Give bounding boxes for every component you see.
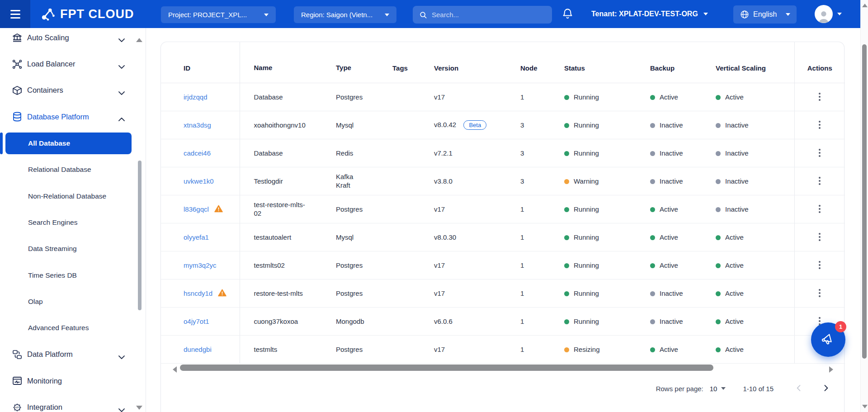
database-type: Mysql xyxy=(336,111,392,139)
sidebar-scroll-down-icon[interactable] xyxy=(136,406,142,410)
database-name: testmlts02 xyxy=(240,251,336,279)
table-row[interactable]: xtna3dsg xoahoithongnv10 Mysql v8.0.42 B… xyxy=(161,111,845,139)
backup-status-dot xyxy=(650,207,655,212)
database-tags xyxy=(392,335,434,363)
search-input[interactable] xyxy=(432,11,531,19)
load-balancer-icon xyxy=(12,59,23,70)
status-dot xyxy=(564,207,569,212)
sidebar-item-data-streaming[interactable]: Data Streaming xyxy=(0,236,146,262)
backup-status-dot xyxy=(650,291,655,296)
row-actions-kebab-button[interactable] xyxy=(814,285,825,301)
sidebar-item-olap[interactable]: Olap xyxy=(0,289,146,315)
sidebar-item-database-platform[interactable]: Database Platform xyxy=(0,104,146,130)
database-id-link[interactable]: irjdzqqd xyxy=(184,93,208,101)
column-header-version: Version xyxy=(434,42,520,83)
database-id-link[interactable]: uvkwe1k0 xyxy=(184,177,214,185)
row-actions-kebab-button[interactable] xyxy=(814,89,825,105)
table-row[interactable]: olyyefa1 testautoalert Mysql v8.0.30 1 R… xyxy=(161,223,845,251)
backup-status-dot xyxy=(650,123,655,128)
row-actions-kebab-button[interactable] xyxy=(814,201,825,217)
database-tags xyxy=(392,223,434,251)
database-id-link[interactable]: cadcei46 xyxy=(184,149,211,157)
page-scrollbar-thumb[interactable] xyxy=(862,44,867,359)
language-selector[interactable]: English xyxy=(733,5,797,24)
search-box[interactable] xyxy=(413,6,552,24)
database-id-link[interactable]: mym3q2yc xyxy=(184,261,217,269)
database-id-link[interactable]: l836gqcl xyxy=(184,205,209,213)
sidebar-item-auto-scaling[interactable]: Auto Scaling xyxy=(0,28,146,51)
table-row[interactable]: uvkwe1k0 Testlogdir Kafka Kraft v3.8.0 3… xyxy=(161,167,845,195)
database-id-link[interactable]: o4jy7ot1 xyxy=(184,317,209,325)
row-actions-kebab-button[interactable] xyxy=(814,117,825,133)
backup-cell: Active xyxy=(650,335,716,363)
database-id-link[interactable]: olyyefa1 xyxy=(184,233,209,241)
status-dot xyxy=(564,235,569,240)
table-row[interactable]: dunedgbi testmlts Postgres v17 1 Resizin… xyxy=(161,335,845,363)
next-page-button[interactable] xyxy=(820,382,832,396)
table-row[interactable]: o4jy7ot1 cuong37koxoa Mongodb v6.0.6 1 R… xyxy=(161,307,845,335)
scroll-right-icon[interactable] xyxy=(829,366,833,373)
vertical-scaling-status-dot xyxy=(716,319,721,324)
database-id-link[interactable]: dunedgbi xyxy=(184,346,212,353)
database-id-link[interactable]: xtna3dsg xyxy=(184,121,211,129)
sidebar-subitem-label: Relational Database xyxy=(28,166,91,174)
vertical-scaling-status-dot xyxy=(716,151,721,156)
rows-per-page-select[interactable]: 10 xyxy=(710,385,726,393)
scroll-left-icon[interactable] xyxy=(173,366,177,373)
pagination: Rows per page: 10 1-10 of 15 xyxy=(161,376,845,401)
table-row[interactable]: hsncdy1d restore-test-mlts Postgres v17 … xyxy=(161,279,845,307)
sidebar-subitem-label: Data Streaming xyxy=(28,245,77,253)
database-version: v17 xyxy=(434,83,520,111)
database-name: xoahoithongnv10 xyxy=(240,111,336,139)
status-cell: Running xyxy=(564,307,650,335)
containers-icon xyxy=(12,85,23,96)
tenant-selector[interactable]: Tenant: XPLAT-DEV-TEST-ORG xyxy=(591,0,708,28)
chevron-down-icon xyxy=(385,14,389,16)
scroll-up-icon[interactable] xyxy=(862,4,868,7)
table-row[interactable]: mym3q2yc testmlts02 Postgres v17 1 Runni… xyxy=(161,251,845,279)
previous-page-button[interactable] xyxy=(793,382,805,396)
status-dot xyxy=(564,291,569,296)
sidebar-item-load-balancer[interactable]: Load Balancer xyxy=(0,51,146,77)
sidebar-scroll-up-icon[interactable] xyxy=(136,38,142,42)
table-row[interactable]: cadcei46 Database Redis v7.2.1 3 Running… xyxy=(161,139,845,167)
row-actions-kebab-button[interactable] xyxy=(814,229,825,245)
notification-bell-button[interactable] xyxy=(561,8,574,21)
database-id-link[interactable]: hsncdy1d xyxy=(184,289,212,297)
active-indicator xyxy=(0,133,3,154)
sidebar-item-non-relational-database[interactable]: Non-Relational Database xyxy=(0,183,146,209)
sidebar-item-all-database[interactable]: All Database xyxy=(0,130,146,156)
fpt-cloud-logo: FPT CLOUD xyxy=(41,0,134,28)
region-selector[interactable]: Region: Saigon (Vietn... xyxy=(294,6,396,23)
sidebar-item-integration[interactable]: Integration xyxy=(0,394,146,412)
table-row[interactable]: irjdzqqd Database Postgres v17 1 Running… xyxy=(161,83,845,111)
database-type: Postgres xyxy=(336,251,392,279)
table-row[interactable]: l836gqcl test-restore-mlts- 02 Postgres … xyxy=(161,195,845,223)
row-actions-kebab-button[interactable] xyxy=(814,173,825,189)
row-actions-kebab-button[interactable] xyxy=(814,257,825,273)
sidebar-item-data-platform[interactable]: Data Platform xyxy=(0,341,146,368)
sidebar-item-containers[interactable]: Containers xyxy=(0,77,146,104)
project-selector[interactable]: Project: PROJECT_XPL... xyxy=(161,6,276,23)
scroll-down-icon[interactable] xyxy=(862,405,868,408)
chevron-down-icon xyxy=(118,353,125,356)
sidebar-item-search-engines[interactable]: Search Engines xyxy=(0,209,146,236)
sidebar-item-relational-database[interactable]: Relational Database xyxy=(0,156,146,183)
sidebar-item-advanced-features[interactable]: Advanced Features xyxy=(0,315,146,341)
row-actions-kebab-button[interactable] xyxy=(814,145,825,161)
database-node-count: 1 xyxy=(520,251,564,279)
hamburger-menu-button[interactable] xyxy=(0,0,30,28)
column-header-vertical-scaling: Vertical Scaling xyxy=(716,42,794,83)
status-cell: Warning xyxy=(564,167,650,195)
user-menu[interactable] xyxy=(815,0,842,28)
sidebar-subitem-label: Advanced Features xyxy=(28,324,89,332)
database-tags xyxy=(392,139,434,167)
sidebar-subitem-label: Non-Relational Database xyxy=(28,192,106,200)
database-type: Postgres xyxy=(336,279,392,307)
database-node-count: 1 xyxy=(520,307,564,335)
sidebar-item-time-series-db[interactable]: Time Series DB xyxy=(0,262,146,289)
chevron-down-icon xyxy=(118,62,125,66)
sidebar-scrollbar-thumb[interactable] xyxy=(138,161,142,310)
sidebar-item-monitoring[interactable]: Monitoring xyxy=(0,368,146,394)
horizontal-scrollbar-thumb[interactable] xyxy=(180,365,713,371)
